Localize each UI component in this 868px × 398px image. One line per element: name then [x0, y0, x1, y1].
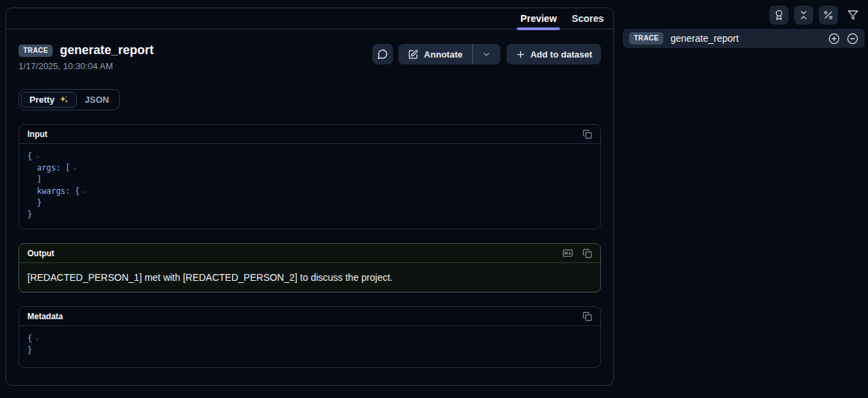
json-line: } [27, 345, 592, 356]
view-mode-toggle: Pretty JSON [18, 89, 120, 110]
message-circle-icon [377, 49, 388, 60]
chevron-down-icon [482, 50, 491, 59]
json-line: args: [ [27, 162, 592, 174]
comment-button[interactable] [372, 44, 393, 64]
collapse-all-button[interactable] [794, 5, 813, 25]
json-line: { [27, 151, 592, 162]
toggle-json[interactable]: JSON [77, 92, 117, 108]
award-icon [774, 10, 784, 21]
output-section: Output [REDACTED_PERSON_1] met with [RED… [18, 243, 601, 293]
annotate-button-label: Annotate [424, 49, 462, 60]
filter-icon [847, 10, 858, 21]
annotate-button[interactable]: Annotate [398, 44, 472, 64]
tab-scores[interactable]: Scores [572, 8, 604, 29]
preview-tabbar: Preview Scores [6, 8, 613, 29]
input-section: Input { args: [ ] kwargs: { } } [18, 124, 601, 229]
circle-plus-icon[interactable] [828, 33, 840, 45]
chevron-down-icon[interactable] [72, 166, 78, 172]
json-line: } [27, 209, 592, 221]
circle-minus-icon[interactable] [847, 33, 858, 45]
add-to-dataset-button[interactable]: Add to dataset [507, 44, 601, 64]
trace-row-label: generate_report [670, 33, 739, 44]
markdown-toggle-icon[interactable] [561, 248, 574, 258]
tree-toolbar [769, 5, 863, 25]
trace-actions: Annotate Add to dataset [372, 44, 601, 64]
input-section-title: Input [27, 129, 47, 139]
tab-preview[interactable]: Preview [520, 8, 557, 29]
square-pen-icon [408, 49, 418, 60]
plus-icon [515, 49, 526, 60]
chevron-down-icon[interactable] [81, 189, 88, 195]
annotate-split-button: Annotate [398, 44, 500, 64]
copy-icon[interactable] [583, 249, 592, 258]
copy-icon[interactable] [583, 312, 592, 321]
trace-preview-panel: Preview Scores TRACE generate_report 1/1… [5, 8, 614, 386]
json-line: } [27, 197, 592, 209]
json-line: kwargs: { [27, 186, 592, 197]
add-to-dataset-label: Add to dataset [531, 49, 592, 60]
trace-type-badge: TRACE [18, 45, 53, 57]
chevron-down-icon[interactable] [34, 154, 40, 160]
pretty-label: Pretty [29, 95, 55, 105]
json-line: ] [27, 174, 592, 186]
copy-icon[interactable] [583, 129, 592, 139]
metadata-section-title: Metadata [27, 312, 63, 321]
filter-button[interactable] [843, 5, 863, 25]
trace-tree-row[interactable]: TRACE generate_report [623, 29, 865, 48]
trace-type-badge: TRACE [629, 32, 663, 45]
award-button[interactable] [769, 5, 789, 25]
metrics-button[interactable] [819, 5, 838, 25]
json-line: { [27, 333, 592, 345]
percent-icon [823, 10, 834, 21]
page-title: generate_report [60, 43, 153, 58]
output-text: [REDACTED_PERSON_1] met with [REDACTED_P… [19, 263, 600, 292]
chevron-down-icon[interactable] [34, 336, 40, 343]
toggle-pretty[interactable]: Pretty [21, 92, 77, 108]
chevrons-down-up-icon [798, 10, 809, 21]
annotate-dropdown-button[interactable] [473, 44, 500, 64]
trace-header: TRACE generate_report 1/17/2025, 10:30:0… [18, 43, 154, 71]
trace-timestamp: 1/17/2025, 10:30:04 AM [18, 61, 154, 71]
output-section-title: Output [27, 249, 54, 258]
metadata-section: Metadata { } [18, 306, 601, 368]
input-json-viewer: { args: [ ] kwargs: { } } [19, 144, 600, 229]
metadata-json-viewer: { } [19, 326, 600, 367]
sparkles-icon [59, 95, 68, 104]
